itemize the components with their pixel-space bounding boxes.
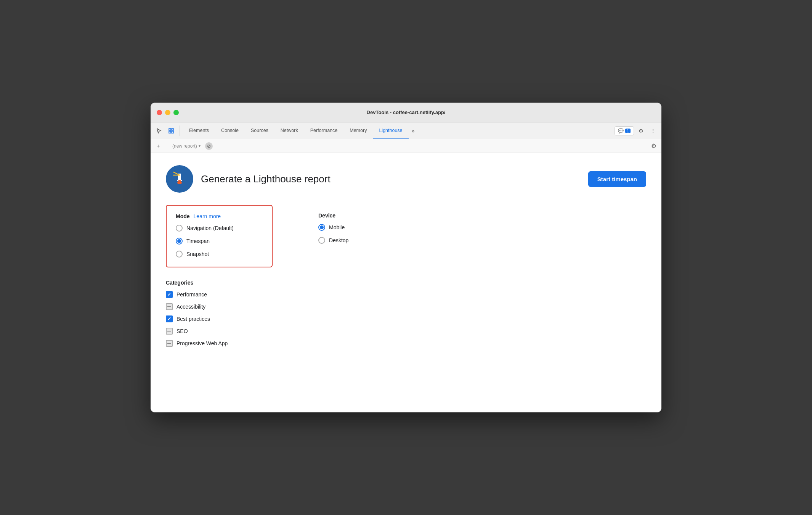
device-mobile[interactable]: Mobile <box>318 224 348 231</box>
close-button[interactable] <box>157 110 162 115</box>
category-performance[interactable]: ✓ Performance <box>166 291 646 298</box>
checkbox-accessibility <box>166 303 173 310</box>
device-desktop[interactable]: Desktop <box>318 237 348 244</box>
mode-label: Mode Learn more <box>176 213 263 219</box>
mode-snapshot[interactable]: Snapshot <box>176 251 263 258</box>
checkbox-best-practices: ✓ <box>166 315 173 322</box>
traffic-lights <box>157 110 179 115</box>
category-accessibility[interactable]: Accessibility <box>166 303 646 310</box>
main-content: Generate a Lighthouse report Start times… <box>151 153 661 412</box>
report-settings-icon[interactable]: ⚙ <box>649 142 658 151</box>
report-header: Generate a Lighthouse report Start times… <box>166 165 646 193</box>
checkbox-performance: ✓ <box>166 291 173 298</box>
svg-rect-0 <box>169 129 171 130</box>
svg-rect-3 <box>172 131 173 133</box>
devtools-icon-group <box>154 126 180 136</box>
title-bar: DevTools - coffee-cart.netlify.app/ <box>151 103 661 122</box>
radio-timespan-inner <box>177 239 181 243</box>
start-timespan-button[interactable]: Start timespan <box>588 171 646 187</box>
category-pwa[interactable]: Progressive Web App <box>166 340 646 347</box>
radio-desktop-circle <box>318 237 325 244</box>
checkbox-seo <box>166 328 173 335</box>
device-label: Device <box>318 212 348 219</box>
mode-device-row: Mode Learn more Navigation (Default) Tim… <box>166 205 646 267</box>
cancel-icon: ⊘ <box>207 143 211 149</box>
mode-timespan[interactable]: Timespan <box>176 238 263 245</box>
radio-snapshot-circle <box>176 251 183 258</box>
devtools-tabbar: Elements Console Sources Network Perform… <box>151 122 661 139</box>
mode-navigation[interactable]: Navigation (Default) <box>176 225 263 232</box>
device-section: Device Mobile Desktop <box>318 205 348 267</box>
mode-section: Mode Learn more Navigation (Default) Tim… <box>166 205 273 267</box>
categories-label: Categories <box>166 280 646 286</box>
notifications-button[interactable]: 💬 1 <box>615 126 634 135</box>
tab-actions: 💬 1 ⚙ ⋮ <box>615 126 658 136</box>
inspect-icon[interactable] <box>166 126 177 136</box>
minimize-button[interactable] <box>165 110 170 115</box>
tab-list: Elements Console Sources Network Perform… <box>183 122 615 139</box>
tab-sources[interactable]: Sources <box>245 122 274 139</box>
tab-network[interactable]: Network <box>274 122 304 139</box>
divider <box>166 142 166 150</box>
device-radio-group: Mobile Desktop <box>318 224 348 244</box>
radio-mobile-inner <box>320 225 324 229</box>
learn-more-link[interactable]: Learn more <box>194 213 221 219</box>
radio-navigation-circle <box>176 225 183 232</box>
report-selector[interactable]: (new report) ▾ <box>169 143 204 150</box>
tab-lighthouse[interactable]: Lighthouse <box>373 122 408 139</box>
cancel-report-button[interactable]: ⊘ <box>205 142 213 150</box>
svg-rect-2 <box>169 131 171 133</box>
report-name: (new report) <box>172 143 197 149</box>
subtoolbar: ＋ (new report) ▾ ⊘ ⚙ <box>151 139 661 153</box>
svg-rect-1 <box>172 129 173 130</box>
chat-icon: 💬 <box>618 128 624 134</box>
more-options-icon[interactable]: ⋮ <box>648 126 658 136</box>
badge-count: 1 <box>625 129 631 133</box>
settings-icon[interactable]: ⚙ <box>635 126 646 136</box>
svg-point-8 <box>178 180 181 182</box>
report-title: Generate a Lighthouse report <box>201 173 331 185</box>
devtools-window: DevTools - coffee-cart.netlify.app/ Elem <box>151 103 661 412</box>
radio-mobile-circle <box>318 224 325 231</box>
tab-memory[interactable]: Memory <box>343 122 373 139</box>
maximize-button[interactable] <box>173 110 179 115</box>
checkbox-pwa <box>166 340 173 347</box>
add-report-button[interactable]: ＋ <box>154 142 163 151</box>
mode-radio-group: Navigation (Default) Timespan Snapshot <box>176 225 263 258</box>
tab-performance[interactable]: Performance <box>304 122 344 139</box>
tab-elements[interactable]: Elements <box>183 122 215 139</box>
tab-console[interactable]: Console <box>215 122 245 139</box>
chevron-down-icon: ▾ <box>199 144 201 148</box>
checkbox-group: ✓ Performance Accessibility ✓ Best <box>166 291 646 347</box>
window-title: DevTools - coffee-cart.netlify.app/ <box>367 109 446 115</box>
radio-timespan-circle <box>176 238 183 245</box>
cursor-icon[interactable] <box>154 126 164 136</box>
category-best-practices[interactable]: ✓ Best practices <box>166 315 646 322</box>
more-tabs-button[interactable]: » <box>409 122 418 139</box>
lighthouse-logo <box>166 165 193 193</box>
categories-section: Categories ✓ Performance Accessibility <box>166 280 646 347</box>
report-title-group: Generate a Lighthouse report <box>166 165 331 193</box>
category-seo[interactable]: SEO <box>166 328 646 335</box>
